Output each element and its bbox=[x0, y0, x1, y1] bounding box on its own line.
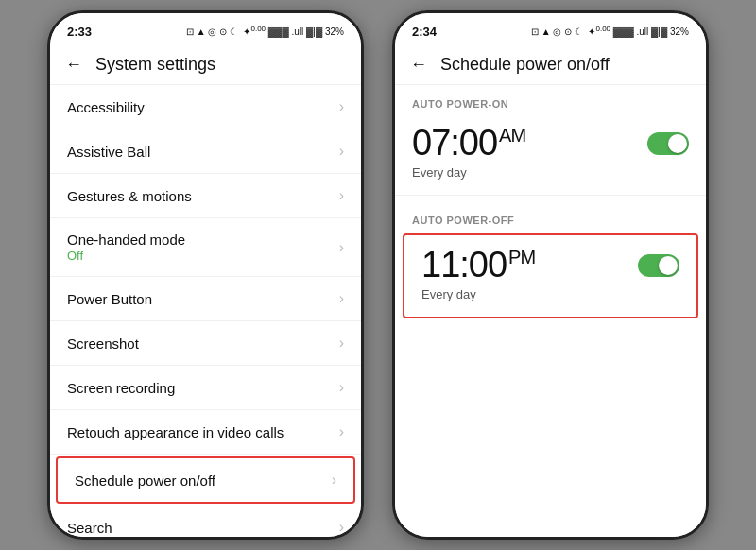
chevron-icon-assistive-ball: › bbox=[339, 143, 344, 160]
right-phone-header: ← Schedule power on/off bbox=[395, 47, 706, 85]
auto-power-on-label: AUTO POWER-ON bbox=[395, 85, 706, 113]
chevron-icon-screenshot: › bbox=[339, 335, 344, 352]
status-icons-text: ⊡ ▲ ◎ ⊙ ☾ ✦0.00 ▓▓▓ .ull ▓|▓ 32% bbox=[186, 25, 344, 37]
chevron-icon-schedule: › bbox=[332, 472, 336, 489]
left-status-bar: 2:33 ⊡ ▲ ◎ ⊙ ☾ ✦0.00 ▓▓▓ .ull ▓|▓ 32% bbox=[50, 13, 361, 47]
right-status-icons-text: ⊡ ▲ ◎ ⊙ ☾ ✦0.00 ▓▓▓ .ull ▓|▓ 32% bbox=[531, 25, 689, 37]
settings-label-power-button: Power Button bbox=[67, 291, 152, 307]
settings-item-one-handed[interactable]: One-handed mode Off › bbox=[50, 218, 361, 277]
settings-label-screen-recording: Screen recording bbox=[67, 380, 175, 396]
settings-label-assistive-ball: Assistive Ball bbox=[67, 144, 150, 160]
settings-item-search[interactable]: Search › bbox=[50, 506, 361, 537]
right-status-time: 2:34 bbox=[412, 25, 437, 39]
right-phone: 2:34 ⊡ ▲ ◎ ⊙ ☾ ✦0.00 ▓▓▓ .ull ▓|▓ 32% ← … bbox=[392, 10, 709, 540]
left-phone: 2:33 ⊡ ▲ ◎ ⊙ ☾ ✦0.00 ▓▓▓ .ull ▓|▓ 32% ← … bbox=[47, 10, 364, 540]
auto-power-off-block[interactable]: 11:00PM Every day bbox=[403, 233, 698, 318]
settings-item-screenshot[interactable]: Screenshot › bbox=[50, 321, 361, 366]
chevron-icon-search: › bbox=[339, 519, 344, 536]
chevron-icon-gestures: › bbox=[339, 187, 344, 204]
settings-sublabel-one-handed: Off bbox=[67, 249, 185, 263]
left-status-icons: ⊡ ▲ ◎ ⊙ ☾ ✦0.00 ▓▓▓ .ull ▓|▓ 32% bbox=[186, 25, 344, 37]
left-phone-title: System settings bbox=[95, 55, 215, 75]
settings-item-power-button[interactable]: Power Button › bbox=[50, 277, 361, 321]
settings-label-accessibility: Accessibility bbox=[67, 99, 145, 115]
settings-label-gestures: Gestures & motions bbox=[67, 188, 192, 204]
settings-item-accessibility[interactable]: Accessibility › bbox=[50, 85, 361, 129]
auto-power-off-row: 11:00PM bbox=[421, 245, 679, 285]
chevron-icon-one-handed: › bbox=[339, 239, 344, 256]
auto-power-off-toggle[interactable] bbox=[638, 254, 679, 277]
chevron-icon-accessibility: › bbox=[339, 98, 344, 115]
auto-power-off-time: 11:00PM bbox=[421, 245, 535, 285]
settings-label-one-handed: One-handed mode bbox=[67, 232, 185, 248]
auto-power-on-row: 07:00AM bbox=[412, 123, 689, 163]
right-status-bar: 2:34 ⊡ ▲ ◎ ⊙ ☾ ✦0.00 ▓▓▓ .ull ▓|▓ 32% bbox=[395, 13, 706, 47]
settings-label-screenshot: Screenshot bbox=[67, 335, 139, 352]
settings-label-retouch: Retouch appearance in video calls bbox=[67, 424, 284, 440]
auto-power-on-toggle[interactable] bbox=[647, 132, 689, 155]
left-settings-list: Accessibility › Assistive Ball › Gesture… bbox=[50, 85, 361, 537]
right-phone-body: AUTO POWER-ON 07:00AM Every day AUTO POW… bbox=[395, 85, 706, 537]
chevron-icon-retouch: › bbox=[339, 423, 344, 440]
auto-power-off-label: AUTO POWER-OFF bbox=[395, 201, 706, 230]
phones-container: 2:33 ⊡ ▲ ◎ ⊙ ☾ ✦0.00 ▓▓▓ .ull ▓|▓ 32% ← … bbox=[28, 0, 728, 550]
auto-power-on-sub: Every day bbox=[412, 165, 689, 180]
settings-item-screen-recording[interactable]: Screen recording › bbox=[50, 366, 361, 410]
settings-item-retouch[interactable]: Retouch appearance in video calls › bbox=[50, 410, 361, 455]
left-status-time: 2:33 bbox=[67, 25, 92, 39]
chevron-icon-power-button: › bbox=[339, 290, 344, 307]
auto-power-off-sub: Every day bbox=[421, 287, 679, 301]
settings-item-gestures[interactable]: Gestures & motions › bbox=[50, 174, 361, 218]
right-back-button[interactable]: ← bbox=[410, 55, 427, 75]
settings-label-schedule: Schedule power on/off bbox=[75, 473, 215, 489]
settings-item-schedule[interactable]: Schedule power on/off › bbox=[56, 456, 355, 504]
settings-label-search: Search bbox=[67, 520, 112, 536]
settings-item-assistive-ball[interactable]: Assistive Ball › bbox=[50, 129, 361, 174]
left-back-button[interactable]: ← bbox=[65, 55, 82, 75]
auto-power-on-block[interactable]: 07:00AM Every day bbox=[395, 113, 706, 196]
right-phone-title: Schedule power on/off bbox=[440, 55, 610, 75]
auto-power-on-time: 07:00AM bbox=[412, 123, 525, 163]
chevron-icon-screen-recording: › bbox=[339, 379, 344, 396]
left-phone-header: ← System settings bbox=[50, 47, 361, 85]
right-status-icons: ⊡ ▲ ◎ ⊙ ☾ ✦0.00 ▓▓▓ .ull ▓|▓ 32% bbox=[531, 25, 689, 37]
